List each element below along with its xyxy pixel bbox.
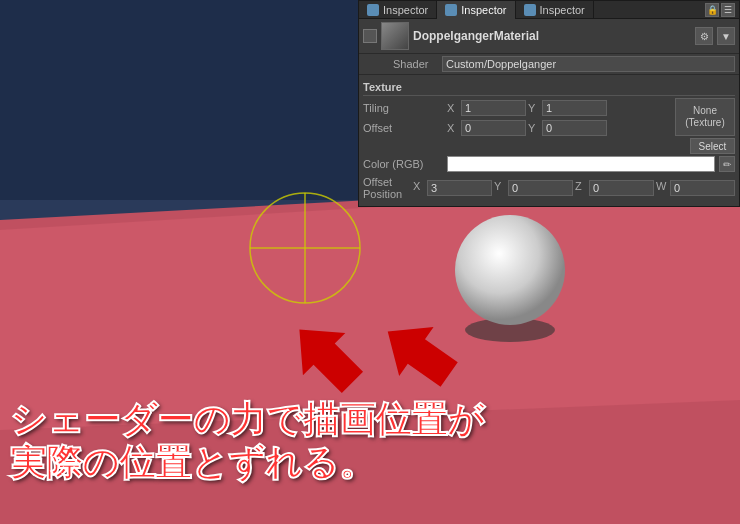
color-row: Color (RGB) ✏ bbox=[363, 154, 735, 174]
texture-section: Tiling X Y Offset X Y bbox=[363, 98, 735, 154]
gear-button[interactable]: ⚙ bbox=[695, 27, 713, 45]
shader-row: Shader Custom/Doppelganger bbox=[359, 54, 739, 75]
offset-y-input[interactable] bbox=[542, 120, 607, 136]
op-w-label: W bbox=[656, 180, 668, 196]
texture-section-header: Texture bbox=[363, 79, 735, 96]
menu-button[interactable]: ☰ bbox=[721, 3, 735, 17]
tiling-row: Tiling X Y bbox=[363, 98, 671, 118]
op-z-input[interactable] bbox=[589, 180, 654, 196]
inspector-tab-icon-3 bbox=[524, 4, 536, 16]
tiling-y-label: Y bbox=[528, 102, 540, 114]
color-label: Color (RGB) bbox=[363, 158, 443, 170]
color-picker-button[interactable]: ✏ bbox=[719, 156, 735, 172]
japanese-line-2: 実際の位置とずれる。 bbox=[10, 441, 484, 484]
offset-position-row: Offset Position X Y Z W bbox=[363, 174, 735, 202]
tiling-y-input[interactable] bbox=[542, 100, 607, 116]
svg-point-5 bbox=[455, 215, 565, 325]
texture-none-button[interactable]: None(Texture) bbox=[675, 98, 735, 136]
tiling-x-label: X bbox=[447, 102, 459, 114]
lock-button[interactable]: 🔒 bbox=[705, 3, 719, 17]
tab-inspector-2[interactable]: Inspector bbox=[437, 1, 515, 19]
color-swatch[interactable] bbox=[447, 156, 715, 172]
material-name: DoppelgangerMaterial bbox=[413, 29, 691, 43]
properties-area: Texture Tiling X Y Offset bbox=[359, 75, 739, 206]
offset-coord-group: X Y bbox=[447, 120, 671, 136]
japanese-line-1: シェーダーの力で描画位置が bbox=[10, 398, 484, 441]
tab-label-2: Inspector bbox=[461, 4, 506, 16]
settings-button[interactable]: ▼ bbox=[717, 27, 735, 45]
tiling-coord-group: X Y bbox=[447, 100, 671, 116]
offset-coords: X Y Z W bbox=[413, 180, 735, 196]
shader-label: Shader bbox=[393, 58, 438, 70]
offset-x-input[interactable] bbox=[461, 120, 526, 136]
offset-label: Offset bbox=[363, 122, 443, 134]
inspector-tab-icon-2 bbox=[445, 4, 457, 16]
offset-row: Offset X Y bbox=[363, 118, 671, 138]
texture-left: Tiling X Y Offset X Y bbox=[363, 98, 671, 154]
op-x-label: X bbox=[413, 180, 425, 196]
tab-label-1: Inspector bbox=[383, 4, 428, 16]
material-checkbox[interactable] bbox=[363, 29, 377, 43]
japanese-text-overlay: シェーダーの力で描画位置が 実際の位置とずれる。 bbox=[10, 398, 484, 484]
inspector-tabs: Inspector Inspector Inspector 🔒 ☰ bbox=[359, 1, 739, 19]
op-x-input[interactable] bbox=[427, 180, 492, 196]
op-y-input[interactable] bbox=[508, 180, 573, 196]
op-y-label: Y bbox=[494, 180, 506, 196]
tab-inspector-1[interactable]: Inspector bbox=[359, 1, 437, 19]
offset-position-label: Offset Position bbox=[363, 176, 409, 200]
shader-value[interactable]: Custom/Doppelganger bbox=[442, 56, 735, 72]
offset-y-label: Y bbox=[528, 122, 540, 134]
svg-rect-1 bbox=[0, 0, 358, 200]
inspector-tab-icon-1 bbox=[367, 4, 379, 16]
tiling-x-input[interactable] bbox=[461, 100, 526, 116]
inspector-panel: Inspector Inspector Inspector 🔒 ☰ Doppel… bbox=[358, 0, 740, 207]
op-z-label: Z bbox=[575, 180, 587, 196]
offset-x-label: X bbox=[447, 122, 459, 134]
tiling-label: Tiling bbox=[363, 102, 443, 114]
material-thumbnail bbox=[381, 22, 409, 50]
select-button[interactable]: Select bbox=[690, 138, 735, 154]
tab-label-3: Inspector bbox=[540, 4, 585, 16]
tab-inspector-3[interactable]: Inspector bbox=[516, 1, 594, 19]
material-header: DoppelgangerMaterial ⚙ ▼ bbox=[359, 19, 739, 54]
op-w-input[interactable] bbox=[670, 180, 735, 196]
